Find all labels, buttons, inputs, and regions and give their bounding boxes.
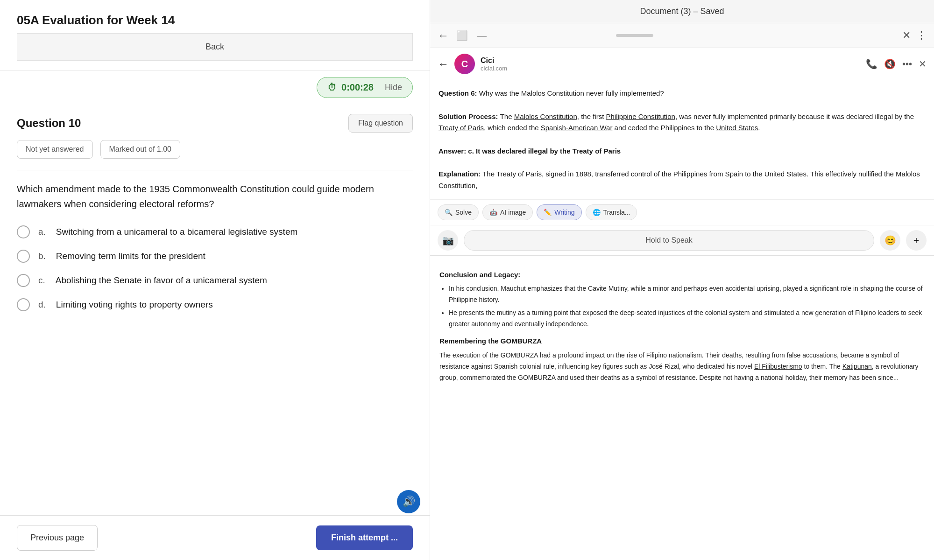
- option-c-text: Abolishing the Senate in favor of a unic…: [56, 275, 267, 286]
- conclusion-list: In his conclusion, Mauchut emphasizes th…: [439, 283, 925, 329]
- solve-label: Solve: [455, 209, 472, 216]
- audio-fab[interactable]: 🔊: [397, 490, 420, 513]
- call-button[interactable]: 📞: [866, 58, 877, 70]
- question-label: Question 6:: [439, 89, 479, 97]
- assistant-actions: 📞 🔇 ••• ✕: [866, 58, 927, 70]
- katipunan-link[interactable]: Katipunan: [842, 363, 872, 370]
- assistant-back-button[interactable]: ←: [438, 57, 449, 70]
- option-a-letter: a.: [38, 227, 46, 237]
- document-title: Document (3) – Saved: [640, 7, 724, 16]
- solution-process-label: Solution Process:: [439, 112, 500, 120]
- ai-image-button[interactable]: 🤖 AI image: [482, 204, 533, 220]
- previous-page-button[interactable]: Previous page: [17, 525, 98, 551]
- doc-close-button[interactable]: ✕: [902, 29, 911, 42]
- option-b-letter: b.: [38, 251, 46, 261]
- timer-badge: ⏱ 0:00:28 Hide: [317, 77, 413, 98]
- el-filibusterismo-link[interactable]: El Filibusterismo: [754, 363, 802, 370]
- solution-text-5: .: [758, 124, 760, 132]
- translate-button[interactable]: 🌐 Transla...: [586, 204, 637, 220]
- radio-a[interactable]: [17, 225, 30, 238]
- malolos-constitution-link[interactable]: Malolos Constitution: [514, 112, 577, 120]
- timer-row: ⏱ 0:00:28 Hide: [0, 70, 430, 105]
- question-header-row: Question 10 Flag question: [17, 114, 413, 133]
- option-d[interactable]: d. Limiting voting rights to property ow…: [17, 298, 413, 311]
- avatar-letter: C: [461, 59, 468, 70]
- ai-image-icon: 🤖: [489, 209, 497, 216]
- doc-window-button[interactable]: ⬜: [454, 28, 470, 43]
- hide-button[interactable]: Hide: [385, 83, 402, 92]
- translate-icon: 🌐: [593, 209, 601, 216]
- back-button[interactable]: Back: [205, 42, 224, 52]
- translate-label: Transla...: [603, 209, 630, 216]
- document-toolbar: ← ⬜ — ✕ ⋮: [430, 23, 934, 48]
- gomburza-text: The execution of the GOMBURZA had a prof…: [439, 350, 925, 383]
- option-a-text: Switching from a unicameral to a bicamer…: [56, 227, 297, 237]
- philippine-constitution-link[interactable]: Philippine Constitution: [606, 112, 675, 120]
- hold-to-speak[interactable]: Hold to Speak: [464, 230, 874, 251]
- solution-text-4: and ceded the Philippines to the: [612, 124, 716, 132]
- writing-button[interactable]: ✏️ Writing: [537, 204, 581, 220]
- add-button[interactable]: ＋: [906, 230, 927, 251]
- writing-icon: ✏️: [544, 209, 552, 216]
- doc-back-button[interactable]: ←: [438, 29, 449, 42]
- option-c-letter: c.: [38, 275, 45, 286]
- option-b[interactable]: b. Removing term limits for the presiden…: [17, 250, 413, 263]
- assistant-content: Question 6: Why was the Malolos Constitu…: [430, 80, 934, 199]
- treaty-of-paris-link[interactable]: Treaty of Paris: [439, 124, 484, 132]
- solution-text-3: , which ended the: [484, 124, 541, 132]
- mute-button[interactable]: 🔇: [884, 58, 896, 70]
- quiz-footer: Previous page Finish attempt ...: [0, 515, 430, 560]
- document-text-area: Conclusion and Legacy: In his conclusion…: [430, 256, 934, 560]
- quiz-panel: 05A Evaluation for Week 14 Back ⏱ 0:00:2…: [0, 0, 430, 560]
- conclusion-heading: Conclusion and Legacy:: [439, 269, 925, 281]
- united-states-link[interactable]: United States: [716, 124, 758, 132]
- not-answered-badge: Not yet answered: [17, 140, 93, 159]
- assistant-domain: ciciai.com: [481, 65, 507, 72]
- spanish-american-war-link[interactable]: Spanish-American War: [541, 124, 613, 132]
- question-text: Which amendment made to the 1935 Commonw…: [17, 182, 413, 211]
- solution-text-2: , was never fully implemented primarily …: [675, 112, 914, 120]
- option-a[interactable]: a. Switching from a unicameral to a bica…: [17, 225, 413, 238]
- radio-b[interactable]: [17, 250, 30, 263]
- emoji-button[interactable]: 😊: [880, 230, 900, 251]
- writing-label: Writing: [554, 209, 574, 216]
- avatar: C: [454, 54, 475, 74]
- assistant-header: ← C Cici ciciai.com 📞 🔇 ••• ✕: [430, 48, 934, 80]
- gomburza-heading: Remembering the GOMBURZA: [439, 335, 925, 347]
- quiz-header: 05A Evaluation for Week 14 Back: [0, 0, 430, 70]
- solution-text-1: , the first: [577, 112, 606, 120]
- assistant-name: Cici: [481, 56, 507, 65]
- solve-icon: 🔍: [445, 209, 453, 216]
- close-assistant-button[interactable]: ✕: [919, 58, 927, 70]
- document-title-bar: Document (3) – Saved: [430, 0, 934, 23]
- status-row: Not yet answered Marked out of 1.00: [17, 140, 413, 170]
- doc-scroll-indicator: [616, 34, 653, 37]
- timer-display: 0:00:28: [341, 82, 374, 93]
- question-6-text: Why was the Malolos Constitution never f…: [479, 89, 664, 97]
- option-d-letter: d.: [38, 300, 46, 310]
- flag-question-button[interactable]: Flag question: [348, 114, 413, 133]
- assistant-toolbar: 🔍 Solve 🤖 AI image ✏️ Writing 🌐 Transla.…: [430, 199, 934, 225]
- document-panel: Document (3) – Saved ← ⬜ — ✕ ⋮ ← C Cici …: [430, 0, 934, 560]
- radio-c[interactable]: [17, 274, 30, 287]
- speak-row: 📷 Hold to Speak 😊 ＋: [430, 225, 934, 255]
- assistant-info: Cici ciciai.com: [481, 56, 507, 72]
- option-c[interactable]: c. Abolishing the Senate in favor of a u…: [17, 274, 413, 287]
- doc-more-button[interactable]: ⋮: [916, 29, 927, 42]
- doc-minimize-button[interactable]: —: [475, 28, 488, 43]
- option-d-text: Limiting voting rights to property owner…: [56, 300, 213, 310]
- explanation-label: Explanation:: [439, 170, 482, 178]
- conclusion-item-1: In his conclusion, Mauchut emphasizes th…: [449, 283, 925, 306]
- question-area: Question 10 Flag question Not yet answer…: [0, 105, 430, 515]
- conclusion-item-2: He presents the mutiny as a turning poin…: [449, 308, 925, 330]
- solve-button[interactable]: 🔍 Solve: [438, 204, 479, 220]
- camera-button[interactable]: 📷: [438, 230, 458, 251]
- radio-d[interactable]: [17, 298, 30, 311]
- timer-icon: ⏱: [327, 82, 337, 93]
- answer-label: Answer: c. It was declared illegal by th…: [439, 147, 621, 155]
- finish-attempt-button[interactable]: Finish attempt ...: [316, 525, 413, 550]
- more-options-button[interactable]: •••: [902, 59, 912, 70]
- ai-image-label: AI image: [500, 209, 526, 216]
- back-bar: Back: [17, 33, 413, 61]
- quiz-title: 05A Evaluation for Week 14: [17, 13, 413, 28]
